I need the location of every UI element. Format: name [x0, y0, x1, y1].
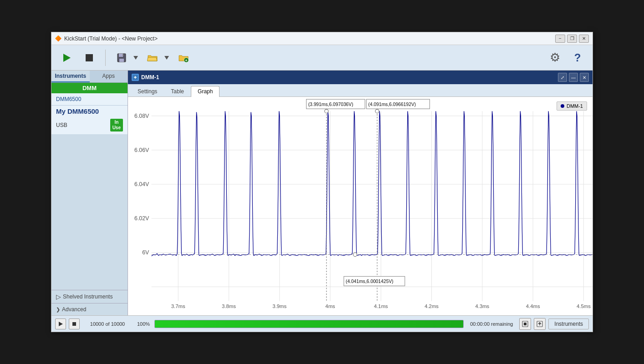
svg-text:(3.991ms,6.097036V): (3.991ms,6.097036V) — [308, 102, 353, 107]
dmm-small-icon — [132, 74, 139, 81]
export-button[interactable] — [534, 318, 546, 330]
app-icon — [55, 35, 61, 42]
close-button[interactable]: ✕ — [579, 35, 589, 43]
svg-text:(4.041ms,6.0001425V): (4.041ms,6.0001425V) — [346, 279, 394, 284]
bottom-bar: 10000 of 10000 100% 00:00:00 remaining I… — [51, 315, 593, 332]
svg-text:4.3ms: 4.3ms — [475, 303, 489, 309]
svg-text:4.4ms: 4.4ms — [526, 303, 540, 309]
svg-text:6.08V: 6.08V — [134, 113, 149, 119]
instruments-panel-button[interactable]: Instruments — [548, 318, 589, 329]
svg-marker-54 — [59, 322, 63, 326]
svg-text:3.9ms: 3.9ms — [272, 303, 286, 309]
svg-rect-55 — [72, 322, 76, 326]
svg-marker-6 — [133, 56, 138, 60]
panel-undock-button[interactable]: ⤢ — [558, 73, 567, 82]
advanced-chevron-icon: ❯ — [56, 307, 60, 313]
svg-marker-0 — [63, 54, 71, 62]
title-bar: KickStart (Trial Mode) - <New Project> −… — [51, 32, 593, 45]
panel-controls: ⤢ — ✕ — [558, 73, 589, 82]
graph-area: 6.08V 6.06V 6.04V 6.02V 6V 3.7ms 3.8ms 3… — [128, 97, 593, 315]
content-tabs: Settings Table Graph — [128, 84, 593, 97]
restore-button[interactable]: ❐ — [567, 35, 577, 43]
settings-gear-button[interactable]: ⚙ — [545, 48, 564, 67]
progress-bar — [155, 320, 463, 328]
title-bar-left: KickStart (Trial Mode) - <New Project> — [55, 35, 158, 42]
svg-text:6.02V: 6.02V — [134, 215, 149, 222]
svg-rect-1 — [86, 54, 93, 61]
device-model-item[interactable]: DMM6500 — [51, 93, 128, 106]
remaining-status: 00:00:00 remaining — [466, 321, 516, 327]
open-button[interactable] — [143, 48, 162, 67]
graph-tab[interactable]: Graph — [191, 86, 220, 97]
svg-text:(4.091ms,6.0966192V): (4.091ms,6.0966192V) — [368, 102, 416, 107]
device-name-label: My DMM6500 — [51, 106, 128, 117]
sidebar-tab-instruments[interactable]: Instruments — [51, 71, 90, 82]
svg-text:4ms: 4ms — [325, 303, 335, 309]
table-tab[interactable]: Table — [164, 86, 191, 96]
svg-text:6.04V: 6.04V — [134, 181, 149, 187]
play-button[interactable] — [57, 48, 76, 67]
svg-text:+: + — [185, 58, 187, 63]
percent-status: 100% — [135, 321, 152, 327]
svg-marker-7 — [164, 56, 169, 60]
panel-header: DMM-1 ⤢ — ✕ — [128, 71, 593, 84]
graph-svg: 6.08V 6.06V 6.04V 6.02V 6V 3.7ms 3.8ms 3… — [128, 97, 593, 315]
sidebar-footer: ▷ Shelved Instruments ❯ Advanced — [51, 290, 128, 315]
help-button[interactable]: ? — [568, 48, 587, 67]
svg-rect-3 — [119, 54, 123, 57]
right-panel: DMM-1 ⤢ — ✕ Settings Table Graph — [128, 71, 593, 315]
panel-close-button[interactable]: ✕ — [580, 73, 589, 82]
svg-text:4.1ms: 4.1ms — [374, 303, 388, 309]
save-dropdown-button[interactable] — [132, 48, 139, 67]
shelved-instruments-button[interactable]: ▷ Shelved Instruments — [51, 290, 128, 303]
dmm-section-header: DMM — [51, 83, 128, 93]
minimize-button[interactable]: − — [555, 35, 565, 43]
svg-rect-5 — [123, 54, 123, 56]
progress-container — [154, 320, 464, 328]
open-group — [143, 48, 170, 67]
application-window: KickStart (Trial Mode) - <New Project> −… — [51, 32, 593, 332]
save-button[interactable] — [112, 48, 131, 67]
svg-point-52 — [375, 109, 379, 113]
svg-text:4.2ms: 4.2ms — [424, 303, 439, 309]
in-use-badge: In Use — [110, 119, 123, 131]
svg-rect-57 — [524, 323, 526, 325]
shelved-icon: ▷ — [56, 293, 61, 300]
save-group — [112, 48, 139, 67]
legend-dot — [561, 104, 564, 108]
advanced-button[interactable]: ❯ Advanced — [51, 303, 128, 315]
window-title: KickStart (Trial Mode) - <New Project> — [64, 35, 158, 42]
device-connection-row: USB In Use — [51, 117, 128, 134]
legend-badge: DMM-1 — [557, 101, 587, 111]
svg-text:6V: 6V — [142, 249, 149, 256]
settings-tab[interactable]: Settings — [131, 86, 164, 96]
toolbar-separator-1 — [105, 50, 106, 66]
main-toolbar: + ⚙ ? — [51, 45, 593, 71]
svg-text:6.06V: 6.06V — [134, 147, 149, 153]
sidebar-tab-apps[interactable]: Apps — [90, 71, 128, 82]
panel-minimize-button[interactable]: — — [569, 73, 578, 82]
bottom-play-button[interactable] — [55, 318, 66, 329]
legend-label: DMM-1 — [567, 103, 583, 109]
main-area: Instruments Apps DMM DMM6500 My DMM6500 … — [51, 71, 593, 315]
svg-rect-4 — [119, 59, 124, 62]
svg-point-53 — [353, 253, 357, 256]
count-status: 10000 of 10000 — [82, 321, 133, 327]
svg-text:3.7ms: 3.7ms — [171, 303, 185, 309]
svg-point-51 — [325, 109, 328, 113]
open-dropdown-button[interactable] — [163, 48, 170, 67]
stop-button[interactable] — [80, 48, 99, 67]
sidebar-tabs: Instruments Apps — [51, 71, 128, 83]
window-controls: − ❐ ✕ — [555, 35, 589, 43]
record-button[interactable] — [519, 318, 531, 330]
panel-title: DMM-1 — [132, 74, 159, 81]
bottom-stop-button[interactable] — [69, 318, 80, 329]
svg-text:3.8ms: 3.8ms — [222, 303, 236, 309]
new-project-button[interactable]: + — [174, 48, 193, 67]
svg-text:4.5ms: 4.5ms — [577, 303, 591, 309]
sidebar: Instruments Apps DMM DMM6500 My DMM6500 … — [51, 71, 128, 315]
connection-label: USB — [56, 122, 67, 128]
device-model-label: DMM6500 — [56, 96, 123, 102]
